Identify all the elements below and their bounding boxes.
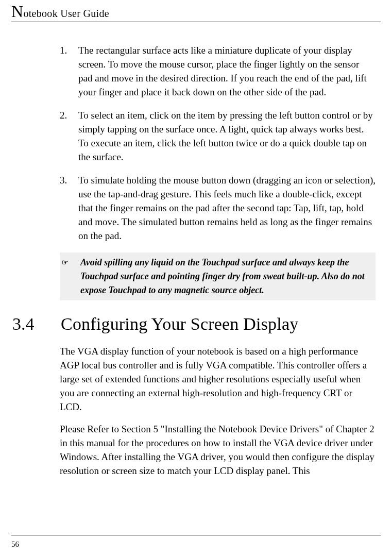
section-heading: 3.4 Configuring Your Screen Display [11, 312, 376, 336]
list-item-number: 3. [60, 174, 78, 243]
list-item: 3. To simulate holding the mouse button … [60, 174, 376, 243]
page-content: 1. The rectangular surface acts like a m… [11, 22, 381, 478]
body-paragraph: Please Refer to Section 5 "Installing th… [60, 423, 376, 478]
list-item-text: The rectangular surface acts like a mini… [78, 44, 376, 99]
list-item-text: To select an item, click on the item by … [78, 109, 376, 164]
footer-rule [11, 535, 381, 535]
body-paragraph: The VGA display function of your noteboo… [60, 345, 376, 414]
note-callout: ☞ Avoid spilling any liquid on the Touch… [60, 252, 376, 300]
list-item: 2. To select an item, click on the item … [60, 109, 376, 164]
running-header: Notebook User Guide [11, 0, 381, 20]
running-header-dropcap: N [11, 2, 23, 21]
pointing-hand-icon: ☞ [60, 256, 80, 297]
list-item-text: To simulate holding the mouse button dow… [78, 174, 376, 243]
page-number: 56 [11, 540, 19, 549]
list-item-number: 2. [60, 109, 78, 164]
running-header-rest: otebook User Guide [23, 8, 109, 19]
list-item-number: 1. [60, 44, 78, 99]
numbered-list: 1. The rectangular surface acts like a m… [60, 44, 376, 243]
section-title: Configuring Your Screen Display [61, 312, 376, 336]
list-item: 1. The rectangular surface acts like a m… [60, 44, 376, 99]
section-number: 3.4 [11, 312, 61, 336]
note-callout-text: Avoid spilling any liquid on the Touchpa… [80, 256, 372, 297]
